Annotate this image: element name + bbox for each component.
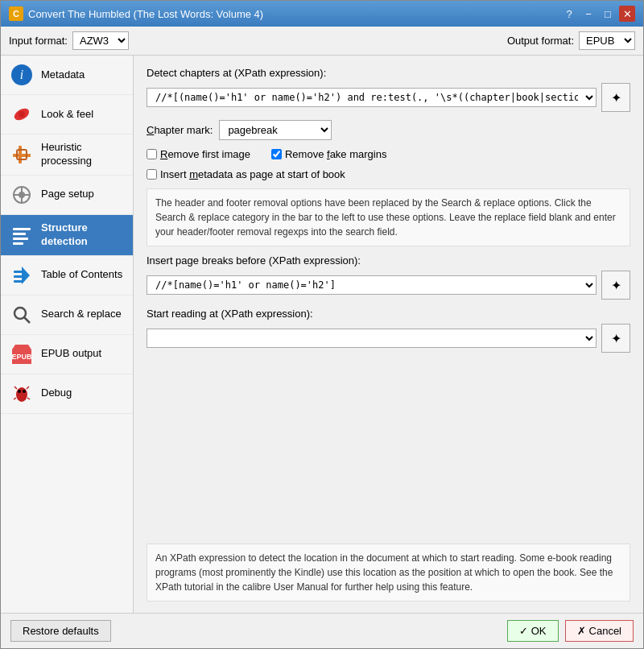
bottom-info-text: An XPath expression to detect the locati… <box>155 552 613 593</box>
ok-button[interactable]: ✓ OK <box>507 620 559 642</box>
page-breaks-label: Insert page breaks before (XPath express… <box>147 254 361 267</box>
svg-rect-5 <box>19 146 22 163</box>
sidebar-item-structure[interactable]: Structure detection <box>1 215 133 256</box>
structure-icon <box>9 222 35 248</box>
start-reading-xpath-row: ✦ <box>147 324 630 353</box>
output-format-select[interactable]: EPUB <box>579 31 635 50</box>
output-format-group: Output format: EPUB <box>507 31 635 50</box>
sidebar-item-debug[interactable]: Debug <box>1 374 133 414</box>
checkboxes-row1: Remove first image Remove fake margins <box>147 148 630 160</box>
sidebar: i Metadata Look & feel <box>1 56 134 613</box>
svg-rect-16 <box>14 271 23 273</box>
remove-first-image-label[interactable]: Remove first image <box>160 148 250 160</box>
sidebar-item-epub-output-label: EPUB output <box>41 347 101 361</box>
sidebar-item-metadata-label: Metadata <box>41 68 85 82</box>
sidebar-item-heuristic[interactable]: Heuristic processing <box>1 134 133 176</box>
cancel-button[interactable]: ✗ Cancel <box>565 620 634 642</box>
detect-chapters-label: Detect chapters at (XPath expression): <box>147 67 326 79</box>
ok-label: OK <box>531 625 547 637</box>
svg-line-29 <box>27 398 30 399</box>
footer: Restore defaults ✓ OK ✗ Cancel <box>1 613 643 648</box>
page-breaks-xpath-wrap: //*[name()='h1' or name()='h2'] <box>147 275 597 295</box>
page-setup-icon <box>9 182 35 208</box>
insert-metadata-group: Insert metadata as page at start of book <box>147 168 345 180</box>
bottom-info-box: An XPath expression to detect the locati… <box>147 544 630 601</box>
svg-point-19 <box>14 308 26 319</box>
start-reading-section: Start reading at (XPath expression): ✦ <box>147 308 630 353</box>
svg-rect-14 <box>13 242 23 245</box>
page-breaks-wand-button[interactable]: ✦ <box>601 271 630 300</box>
titlebar: C Convert The Humbled (The Lost Words: V… <box>1 1 643 27</box>
svg-point-10 <box>19 192 25 198</box>
sidebar-item-debug-label: Debug <box>41 387 72 400</box>
main-area: i Metadata Look & feel <box>1 56 643 613</box>
svg-point-24 <box>18 390 21 393</box>
remove-fake-margins-checkbox[interactable] <box>271 149 282 159</box>
content-area: Detect chapters at (XPath expression): /… <box>134 56 643 613</box>
svg-rect-17 <box>14 275 23 278</box>
svg-text:i: i <box>20 68 23 81</box>
ok-check-icon: ✓ <box>519 625 528 637</box>
remove-fake-margins-group: Remove fake margins <box>271 148 386 160</box>
toc-icon <box>9 262 35 288</box>
chapter-mark-select[interactable]: pagebreak rule none both <box>219 120 332 140</box>
svg-rect-18 <box>14 280 23 283</box>
sidebar-item-epub-output[interactable]: EPUB EPUB output <box>1 335 133 374</box>
svg-point-25 <box>23 390 26 393</box>
start-reading-wand-button[interactable]: ✦ <box>601 324 630 353</box>
info-box: The header and footer removal options ha… <box>147 188 630 246</box>
detect-xpath-select[interactable]: //*[(name()='h1' or name()='h2') and re:… <box>147 88 597 107</box>
page-breaks-xpath-row: //*[name()='h1' or name()='h2'] ✦ <box>147 271 630 300</box>
svg-line-26 <box>14 387 17 389</box>
detect-chapters-section: Detect chapters at (XPath expression): /… <box>147 67 630 112</box>
sidebar-item-toc[interactable]: Table of Contents <box>1 256 133 296</box>
sidebar-item-page-setup-label: Page setup <box>41 188 94 201</box>
sidebar-item-look-feel-label: Look & feel <box>41 108 93 122</box>
detect-xpath-wand-button[interactable]: ✦ <box>601 83 630 112</box>
detect-xpath-row: //*[(name()='h1' or name()='h2') and re:… <box>147 83 630 112</box>
minimize-button[interactable]: − <box>580 6 597 22</box>
debug-icon <box>9 381 35 407</box>
start-reading-xpath-select[interactable] <box>147 329 597 348</box>
svg-line-28 <box>14 398 16 399</box>
insert-metadata-checkbox[interactable] <box>147 169 157 180</box>
look-feel-icon <box>9 101 35 127</box>
search-replace-icon <box>9 302 35 328</box>
svg-point-23 <box>16 387 27 402</box>
page-breaks-xpath-select[interactable]: //*[name()='h1' or name()='h2'] <box>147 275 597 295</box>
svg-line-27 <box>27 387 29 389</box>
input-format-group: Input format: AZW3 <box>9 31 129 50</box>
sidebar-item-metadata[interactable]: i Metadata <box>1 56 133 95</box>
app-icon: C <box>9 6 23 21</box>
restore-defaults-button[interactable]: Restore defaults <box>10 620 111 642</box>
titlebar-left: C Convert The Humbled (The Lost Words: V… <box>9 6 263 21</box>
insert-metadata-label[interactable]: Insert metadata as page at start of book <box>160 168 345 180</box>
sidebar-item-heuristic-label: Heuristic processing <box>41 141 125 168</box>
cancel-label: Cancel <box>589 625 621 637</box>
titlebar-controls: ? − □ ✕ <box>561 6 635 22</box>
sidebar-item-search-replace[interactable]: Search & replace <box>1 296 133 335</box>
content-spacer <box>147 361 630 532</box>
close-button[interactable]: ✕ <box>619 6 635 22</box>
info-text: The header and footer removal options ha… <box>155 197 616 238</box>
sidebar-item-page-setup[interactable]: Page setup <box>1 176 133 215</box>
chapter-mark-row: Chapter mark: pagebreak rule none both <box>147 120 630 140</box>
svg-point-3 <box>19 111 25 118</box>
page-breaks-section: Insert page breaks before (XPath express… <box>147 254 630 300</box>
remove-first-image-checkbox[interactable] <box>147 149 157 159</box>
cancel-x-icon: ✗ <box>577 625 586 637</box>
input-format-select[interactable]: AZW3 <box>72 31 129 50</box>
svg-text:EPUB: EPUB <box>11 353 32 361</box>
remove-first-image-group: Remove first image <box>147 148 250 160</box>
help-button[interactable]: ? <box>561 6 577 22</box>
sidebar-item-look-feel[interactable]: Look & feel <box>1 95 133 134</box>
svg-line-20 <box>24 317 30 323</box>
remove-fake-margins-label[interactable]: Remove fake margins <box>285 148 386 160</box>
format-bar: Input format: AZW3 Output format: EPUB <box>1 27 643 56</box>
sidebar-item-structure-label: Structure detection <box>41 221 125 249</box>
maximize-button[interactable]: □ <box>600 6 616 22</box>
output-format-label: Output format: <box>507 35 574 47</box>
epub-output-icon: EPUB <box>9 341 35 367</box>
metadata-icon: i <box>9 62 35 88</box>
checkboxes-row2: Insert metadata as page at start of book <box>147 168 630 180</box>
